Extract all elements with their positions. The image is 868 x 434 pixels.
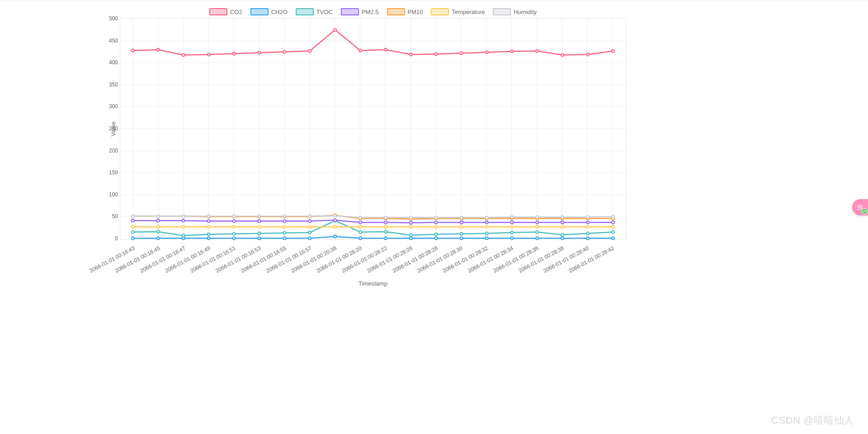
data-point[interactable] bbox=[283, 237, 286, 240]
data-point[interactable] bbox=[132, 225, 134, 228]
data-point[interactable] bbox=[536, 231, 538, 234]
data-point[interactable] bbox=[384, 48, 387, 51]
data-point[interactable] bbox=[334, 225, 336, 228]
data-point[interactable] bbox=[486, 225, 488, 228]
data-point[interactable] bbox=[561, 237, 564, 240]
data-point[interactable] bbox=[208, 233, 210, 236]
data-point[interactable] bbox=[359, 231, 362, 234]
data-point[interactable] bbox=[359, 237, 362, 240]
data-point[interactable] bbox=[510, 231, 513, 234]
data-point[interactable] bbox=[182, 219, 185, 222]
data-point[interactable] bbox=[612, 237, 614, 240]
data-point[interactable] bbox=[258, 237, 260, 240]
data-point[interactable] bbox=[460, 225, 463, 228]
data-point[interactable] bbox=[308, 237, 311, 240]
data-point[interactable] bbox=[435, 221, 438, 224]
data-point[interactable] bbox=[536, 50, 538, 52]
data-point[interactable] bbox=[410, 53, 412, 56]
data-point[interactable] bbox=[334, 235, 336, 238]
data-point[interactable] bbox=[208, 219, 210, 222]
data-point[interactable] bbox=[586, 225, 589, 228]
data-point[interactable] bbox=[612, 231, 614, 234]
data-point[interactable] bbox=[586, 53, 589, 56]
data-point[interactable] bbox=[586, 221, 589, 224]
data-point[interactable] bbox=[460, 216, 463, 219]
data-point[interactable] bbox=[435, 225, 438, 228]
data-point[interactable] bbox=[132, 49, 134, 52]
data-point[interactable] bbox=[510, 221, 513, 224]
data-point[interactable] bbox=[410, 221, 412, 224]
data-point[interactable] bbox=[536, 221, 538, 224]
data-point[interactable] bbox=[612, 221, 614, 224]
legend-item-temperature[interactable]: Temperature bbox=[431, 8, 485, 15]
legend-item-pm10[interactable]: PM10 bbox=[387, 8, 423, 15]
data-point[interactable] bbox=[460, 52, 463, 54]
data-point[interactable] bbox=[283, 225, 286, 228]
assistant-badge[interactable]: 虫 ✓ bbox=[852, 199, 868, 215]
data-point[interactable] bbox=[586, 216, 589, 219]
data-point[interactable] bbox=[384, 221, 387, 224]
data-point[interactable] bbox=[157, 225, 160, 228]
data-point[interactable] bbox=[486, 51, 488, 54]
data-point[interactable] bbox=[283, 51, 286, 53]
data-point[interactable] bbox=[486, 232, 488, 235]
data-point[interactable] bbox=[586, 237, 589, 240]
data-point[interactable] bbox=[410, 237, 412, 240]
data-point[interactable] bbox=[132, 231, 134, 234]
data-point[interactable] bbox=[233, 225, 236, 228]
data-point[interactable] bbox=[510, 225, 513, 228]
legend-item-tvoc[interactable]: TVOC bbox=[296, 8, 333, 15]
data-point[interactable] bbox=[435, 237, 438, 240]
data-point[interactable] bbox=[435, 216, 438, 219]
data-point[interactable] bbox=[334, 215, 336, 217]
data-point[interactable] bbox=[359, 221, 362, 224]
data-point[interactable] bbox=[258, 225, 260, 228]
data-point[interactable] bbox=[157, 230, 160, 233]
legend-item-pm25[interactable]: PM2.5 bbox=[341, 8, 379, 15]
data-point[interactable] bbox=[410, 234, 412, 237]
data-point[interactable] bbox=[510, 237, 513, 240]
data-point[interactable] bbox=[384, 216, 387, 219]
data-point[interactable] bbox=[334, 29, 336, 31]
data-point[interactable] bbox=[510, 50, 513, 53]
data-point[interactable] bbox=[182, 215, 185, 218]
data-point[interactable] bbox=[233, 237, 236, 240]
data-point[interactable] bbox=[486, 237, 488, 240]
data-point[interactable] bbox=[132, 237, 134, 240]
data-point[interactable] bbox=[435, 52, 438, 55]
data-point[interactable] bbox=[359, 49, 362, 52]
data-point[interactable] bbox=[536, 237, 538, 240]
data-point[interactable] bbox=[384, 225, 387, 228]
data-point[interactable] bbox=[536, 225, 538, 228]
legend-item-ch2o[interactable]: CH2O bbox=[250, 8, 288, 15]
data-point[interactable] bbox=[258, 232, 260, 235]
data-point[interactable] bbox=[208, 225, 210, 228]
data-point[interactable] bbox=[612, 225, 614, 228]
legend-item-humidity[interactable]: Humidity bbox=[493, 8, 537, 15]
data-point[interactable] bbox=[258, 215, 260, 218]
data-point[interactable] bbox=[561, 234, 564, 236]
data-point[interactable] bbox=[561, 225, 564, 228]
data-point[interactable] bbox=[435, 233, 438, 236]
data-point[interactable] bbox=[308, 219, 311, 222]
data-point[interactable] bbox=[586, 232, 589, 235]
data-point[interactable] bbox=[182, 234, 185, 237]
data-point[interactable] bbox=[561, 216, 564, 219]
data-point[interactable] bbox=[359, 216, 362, 219]
data-point[interactable] bbox=[182, 225, 185, 228]
data-point[interactable] bbox=[612, 50, 614, 52]
data-point[interactable] bbox=[561, 221, 564, 224]
data-point[interactable] bbox=[233, 219, 236, 222]
data-point[interactable] bbox=[233, 215, 236, 218]
data-point[interactable] bbox=[208, 215, 210, 218]
data-point[interactable] bbox=[384, 237, 387, 240]
data-point[interactable] bbox=[258, 51, 260, 54]
data-point[interactable] bbox=[561, 53, 564, 56]
data-point[interactable] bbox=[410, 216, 412, 219]
data-point[interactable] bbox=[258, 219, 260, 222]
data-point[interactable] bbox=[157, 215, 160, 218]
data-point[interactable] bbox=[308, 231, 311, 234]
data-point[interactable] bbox=[510, 216, 513, 219]
data-point[interactable] bbox=[157, 48, 160, 51]
data-point[interactable] bbox=[283, 232, 286, 234]
